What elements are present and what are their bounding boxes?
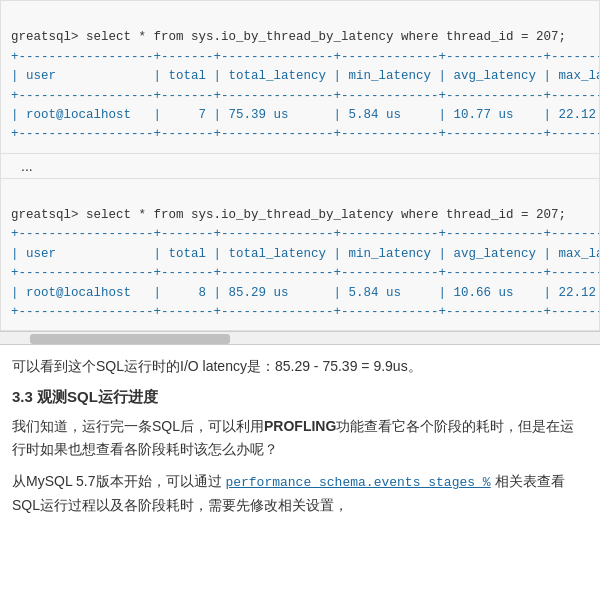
page-container: greatsql> select * from sys.io_by_thread… bbox=[0, 0, 600, 532]
code-block-1: greatsql> select * from sys.io_by_thread… bbox=[0, 0, 600, 154]
data-line-2: | root@localhost | 8 | 85.29 us | 5.84 u… bbox=[11, 286, 600, 300]
cmd-line-1: greatsql> select * from sys.io_by_thread… bbox=[11, 30, 566, 44]
sep-line-3: +------------------+-------+------------… bbox=[11, 127, 600, 141]
cmd-line-2: greatsql> select * from sys.io_by_thread… bbox=[11, 208, 566, 222]
code-content-2: greatsql> select * from sys.io_by_thread… bbox=[1, 187, 599, 323]
sep-line-5: +------------------+-------+------------… bbox=[11, 266, 600, 280]
paragraph-1: 我们知道，运行完一条SQL后，可以利用PROFLING功能查看它各个阶段的耗时，… bbox=[12, 415, 588, 463]
horizontal-scrollbar[interactable] bbox=[0, 331, 600, 345]
paragraph-2: 从MySQL 5.7版本开始，可以通过 performance_schema.e… bbox=[12, 470, 588, 518]
header-line-2: | user | total | total_latency | min_lat… bbox=[11, 247, 600, 261]
sep-line-4: +------------------+-------+------------… bbox=[11, 227, 600, 241]
header-line-1: | user | total | total_latency | min_lat… bbox=[11, 69, 600, 83]
data-line-1: | root@localhost | 7 | 75.39 us | 5.84 u… bbox=[11, 108, 600, 122]
para1-text: 我们知道，运行完一条SQL后，可以利用PROFLING功能查看它各个阶段的耗时，… bbox=[12, 418, 574, 458]
text-content-area: 可以看到这个SQL运行时的I/O latency是：85.29 - 75.39 … bbox=[0, 345, 600, 532]
schema-link[interactable]: performance_schema.events_stages_% bbox=[225, 475, 490, 490]
sep-line-6: +------------------+-------+------------… bbox=[11, 305, 600, 319]
para2-before: 从MySQL 5.7版本开始，可以通过 bbox=[12, 473, 225, 489]
ellipsis-block: ... bbox=[0, 154, 600, 179]
sep-line-1: +------------------+-------+------------… bbox=[11, 50, 600, 64]
scrollbar-thumb[interactable] bbox=[30, 334, 230, 344]
summary-text: 可以看到这个SQL运行时的I/O latency是：85.29 - 75.39 … bbox=[12, 355, 588, 377]
code-content-1: greatsql> select * from sys.io_by_thread… bbox=[1, 9, 599, 145]
ellipsis-text: ... bbox=[11, 154, 43, 178]
code-block-2: greatsql> select * from sys.io_by_thread… bbox=[0, 179, 600, 332]
sep-line-2: +------------------+-------+------------… bbox=[11, 89, 600, 103]
section-heading: 3.3 观测SQL运行进度 bbox=[12, 388, 588, 407]
